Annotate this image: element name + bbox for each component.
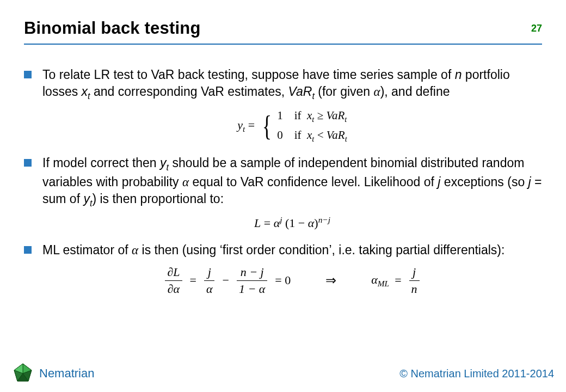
minus: − <box>222 272 229 289</box>
copyright-text: © Nematrian Limited 2011-2014 <box>399 367 554 380</box>
implies-arrow-icon: ⇒ <box>321 272 341 290</box>
var-j: j <box>204 264 215 281</box>
open-paren: (1 − <box>282 217 308 230</box>
var-n: n <box>455 68 462 82</box>
page-number: 27 <box>531 23 542 34</box>
var-VaR: VaR <box>326 109 344 122</box>
sup-n-minus-j: n−j <box>318 215 330 224</box>
if-text: if <box>291 128 304 142</box>
equals: = <box>261 217 273 230</box>
bullet-1-text: To relate LR test to VaR back testing, s… <box>42 68 510 99</box>
alpha-symbol: α <box>374 85 380 99</box>
one-minus-alpha: 1 − α <box>237 281 267 297</box>
var-y: y <box>237 118 243 132</box>
case-2: 0 if xt < VaRt <box>277 127 347 145</box>
alpha-symbol: α <box>371 273 378 286</box>
slide-footer: Nematrian © Nematrian Limited 2011-2014 <box>0 363 566 384</box>
slide-header: Binomial back testing 27 <box>24 19 542 45</box>
bullet-list: To relate LR test to VaR back testing, s… <box>24 66 542 297</box>
var-n: n <box>409 281 420 297</box>
frac-j-alpha: j α <box>204 264 215 297</box>
var-j: j <box>409 264 420 281</box>
partial-L: ∂L <box>165 264 182 281</box>
alpha-symbol: α <box>308 217 315 230</box>
sub-ML: ML <box>378 279 389 288</box>
text: and corresponding VaR estimates, <box>90 84 288 99</box>
var-L: L <box>254 217 261 230</box>
var-y: y <box>160 156 167 170</box>
sub-t: t <box>344 115 347 124</box>
brand-name: Nematrian <box>39 366 94 381</box>
text: ML estimator of <box>42 243 132 257</box>
value-1: 1 <box>277 109 283 122</box>
equals: = <box>395 272 401 289</box>
var-VaR: VaR <box>288 84 312 99</box>
var-x: x <box>307 109 312 122</box>
var-x: x <box>82 84 88 99</box>
equation-yt-definition: yt = { 1 if xt ≥ VaRt 0 if xt < VaRt <box>42 108 542 145</box>
text: If model correct then <box>42 156 160 170</box>
value-0: 0 <box>277 128 283 142</box>
slide-title: Binomial back testing <box>24 19 542 38</box>
frac-nminusj: n − j 1 − α <box>237 264 267 297</box>
geq: ≥ <box>314 109 326 122</box>
alpha-symbol: α <box>132 243 138 257</box>
n-minus-j: n − j <box>237 264 267 281</box>
footer-left: Nematrian <box>12 363 94 384</box>
var-x: x <box>307 128 312 142</box>
text: exceptions (so <box>440 175 528 189</box>
lt: < <box>314 128 326 142</box>
text: ), and define <box>380 84 450 99</box>
equals: = <box>245 118 255 132</box>
header-divider <box>24 44 542 45</box>
partial-alpha: ∂α <box>165 281 182 297</box>
var-y: y <box>83 192 90 206</box>
bullet-item-1: To relate LR test to VaR back testing, s… <box>24 66 542 145</box>
piecewise-cases: 1 if xt ≥ VaRt 0 if xt < VaRt <box>277 108 347 145</box>
equals: = <box>190 272 196 289</box>
alpha-symbol: α <box>274 217 280 230</box>
bullet-2-text: If model correct then yt should be a sam… <box>42 156 542 206</box>
text: is then (using ‘first order condition’, … <box>138 243 505 257</box>
sub-t: t <box>345 134 347 143</box>
slide-content: To relate LR test to VaR back testing, s… <box>24 66 542 297</box>
text: (for given <box>315 84 374 99</box>
polyhedron-logo-icon <box>12 363 34 384</box>
left-brace-icon: { <box>262 117 272 136</box>
frac-dL-dalpha: ∂L ∂α <box>165 264 182 297</box>
close-paren: ) <box>314 217 318 230</box>
equation-likelihood: L = αj (1 − α)n−j <box>42 215 542 231</box>
slide: Binomial back testing 27 To relate LR te… <box>0 0 566 392</box>
bullet-3-text: ML estimator of α is then (using ‘first … <box>42 243 505 257</box>
text: equal to VaR confidence level. Likelihoo… <box>189 175 438 189</box>
equals-zero: = 0 <box>275 272 291 289</box>
text: ) is then proportional to: <box>92 192 224 206</box>
equation-ml-estimator: ∂L ∂α = j α − n − j 1 − α <box>42 264 542 297</box>
var-VaR: VaR <box>327 128 345 142</box>
alpha-symbol: α <box>204 281 215 297</box>
alpha-symbol: α <box>182 175 189 189</box>
text: To relate LR test to VaR back testing, s… <box>42 68 455 82</box>
frac-j-n: j n <box>409 264 420 297</box>
bullet-item-3: ML estimator of α is then (using ‘first … <box>24 242 542 297</box>
bullet-item-2: If model correct then yt should be a sam… <box>24 155 542 231</box>
if-text: if <box>291 109 304 122</box>
case-1: 1 if xt ≥ VaRt <box>277 108 347 125</box>
